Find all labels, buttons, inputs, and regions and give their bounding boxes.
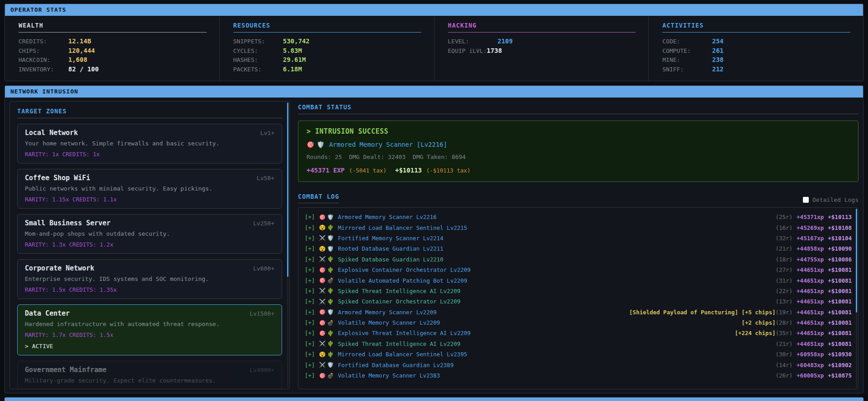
- stat-row: LEVEL: 2109: [448, 37, 636, 45]
- log-icons: 🎯💣: [319, 373, 334, 379]
- log-enemy-name: Mirrored Load Balancer Sentinel Lv2215: [338, 224, 467, 231]
- intrusion-target-icons: 🎯🛡️: [307, 141, 325, 148]
- log-money-reward: +$10081: [828, 330, 852, 336]
- expand-marker[interactable]: [+]: [305, 266, 315, 273]
- stat-section-heading: WEALTH: [19, 22, 207, 33]
- detailed-logs-toggle[interactable]: Detailed Logs: [803, 196, 859, 203]
- log-enemy-name: Spiked Container Orchestrator Lv2209: [338, 298, 461, 305]
- log-loot: [+2 chips]: [741, 319, 775, 326]
- log-icons: 🎯🛡️: [319, 214, 334, 220]
- expand-marker[interactable]: [+]: [305, 298, 315, 305]
- zone-card[interactable]: Data Center Lv1500+ Hardened infrastruct…: [17, 304, 282, 355]
- log-enemy-name: Armored Memory Scanner Lv2209: [338, 309, 437, 316]
- log-rounds: (18r): [775, 256, 793, 263]
- log-money-reward: +$10081: [828, 319, 852, 326]
- stat-section: RESOURCES SNIPPETS: 530,742 CYCLES: 5.83…: [219, 16, 434, 81]
- combat-log-row[interactable]: [+] 😵🌵 Mirrored Load Balancer Sentinel L…: [305, 349, 852, 359]
- zone-card[interactable]: Coffee Shop WiFi Lv50+ Public networks w…: [17, 169, 282, 209]
- detailed-logs-label: Detailed Logs: [812, 196, 859, 203]
- zone-list: Local Network Lv1+ Your home network. Si…: [17, 124, 282, 389]
- expand-marker[interactable]: [+]: [305, 224, 315, 231]
- combat-log-row[interactable]: [+] 🎯💣 Volatile Memory Scanner Lv2383 (2…: [305, 370, 852, 381]
- expand-marker[interactable]: [+]: [305, 288, 315, 294]
- log-icons: ⚔️🌵: [319, 288, 334, 294]
- expand-marker[interactable]: [+]: [305, 214, 315, 220]
- stat-value: 238: [712, 56, 723, 63]
- combat-log-row[interactable]: [+] 😵🛡️ Rooted Database Guardian Lv2211 …: [305, 243, 852, 254]
- log-icons: 😵🌵: [319, 351, 334, 358]
- expand-marker[interactable]: [+]: [305, 277, 315, 284]
- log-xp-reward: +44651xp: [797, 288, 824, 294]
- target-icon: 🎯: [319, 330, 326, 336]
- zone-level: Lv250+: [253, 220, 274, 227]
- zone-card[interactable]: Small Business Server Lv250+ Mom-and-pop…: [17, 214, 282, 254]
- stat-value: 212: [712, 65, 723, 73]
- combat-log-row[interactable]: [+] 🎯🛡️ Armored Memory Scanner Lv2216 (2…: [305, 212, 852, 222]
- target-zones-panel: TARGET ZONES Local Network Lv1+ Your hom…: [9, 101, 290, 389]
- log-icons: 🎯🌵: [319, 330, 334, 336]
- dizzy-icon: 😵: [319, 224, 326, 231]
- expand-marker[interactable]: [+]: [305, 235, 315, 242]
- expand-marker[interactable]: [+]: [305, 372, 315, 379]
- log-rounds: (19r): [775, 309, 793, 316]
- intrusion-result-box: > INTRUSION SUCCESS 🎯🛡️ Armored Memory S…: [298, 121, 859, 182]
- expand-marker[interactable]: [+]: [305, 256, 315, 263]
- log-icons: ⚔️🌵: [319, 298, 334, 305]
- zone-description: Military-grade security. Expect elite co…: [25, 377, 274, 384]
- expand-marker[interactable]: [+]: [305, 309, 315, 316]
- log-icons: 😵🌵: [319, 224, 334, 231]
- combat-log-row[interactable]: [+] ⚔️🌵 Spiked Threat Intelligence AI Lv…: [305, 339, 852, 349]
- log-enemy-name: Armored Memory Scanner Lv2216: [338, 214, 437, 220]
- shield-icon: 🛡️: [327, 235, 334, 241]
- combat-log-row[interactable]: [+] 🎯🌵 Explosive Container Orchestrator …: [305, 265, 852, 275]
- expand-marker[interactable]: [+]: [305, 245, 315, 252]
- combat-log-row[interactable]: [+] 🎯💣 Volatile Memory Scanner Lv2209 [+…: [305, 317, 852, 328]
- zone-card[interactable]: Corporate Network Lv600+ Enterprise secu…: [17, 259, 282, 299]
- shield-icon: 🛡️: [327, 214, 334, 220]
- stat-rows: SNIPPETS: 530,742 CYCLES: 5.83M HASHES: …: [233, 37, 421, 73]
- expand-marker[interactable]: [+]: [305, 340, 315, 347]
- zone-card[interactable]: Government Mainframe Lv4000+ Military-gr…: [17, 361, 282, 389]
- swords-icon: ⚔️: [319, 288, 326, 294]
- log-rounds: (26r): [775, 372, 793, 379]
- log-rounds: (31r): [775, 277, 793, 284]
- zone-card[interactable]: Local Network Lv1+ Your home network. Si…: [17, 124, 282, 163]
- stat-label: SNIPPETS:: [233, 38, 283, 45]
- scrollbar-thumb[interactable]: [287, 103, 288, 277]
- log-rounds: (16r): [775, 224, 793, 231]
- log-enemy-name: Mirrored Load Balancer Sentinel Lv2395: [338, 351, 467, 358]
- combat-log-row[interactable]: [+] ⚔️🌵 Spiked Threat Intelligence AI Lv…: [305, 286, 852, 296]
- stat-row: PACKETS: 6.18M: [233, 65, 421, 73]
- stat-label: PACKETS:: [233, 66, 283, 73]
- cactus-icon: 🌵: [327, 256, 334, 262]
- log-rounds: (27r): [775, 266, 793, 273]
- cactus-icon: 🌵: [327, 340, 334, 347]
- expand-marker[interactable]: [+]: [305, 330, 315, 336]
- stat-value: 82 / 100: [68, 65, 99, 73]
- combat-log-row[interactable]: [+] 😵🌵 Mirrored Load Balancer Sentinel L…: [305, 222, 852, 233]
- expand-marker[interactable]: [+]: [305, 351, 315, 358]
- zone-name: Corporate Network: [25, 264, 94, 272]
- combat-log-rows: [+] 🎯🛡️ Armored Memory Scanner Lv2216 (2…: [305, 212, 852, 381]
- combat-log-row[interactable]: [+] 🎯🌵 Explosive Threat Intelligence AI …: [305, 328, 852, 338]
- combat-log-row[interactable]: [+] 🎯💣 Volatile Automated Patching Bot L…: [305, 275, 852, 285]
- expand-marker[interactable]: [+]: [305, 319, 315, 326]
- combat-log-scrollbar[interactable]: [856, 209, 857, 388]
- expand-marker[interactable]: [+]: [305, 362, 315, 368]
- stat-rows: CODE: 254 COMPUTE: 261 MINE: 238 SNIFF: …: [662, 37, 850, 73]
- stat-value: 6.18M: [283, 65, 302, 73]
- target-zones-scrollbar[interactable]: [287, 103, 288, 388]
- target-icon: 🎯: [319, 277, 326, 284]
- combat-log-row[interactable]: [+] ⚔️🌵 Spiked Container Orchestrator Lv…: [305, 296, 852, 307]
- scrollbar-thumb[interactable]: [856, 209, 857, 312]
- stat-label: SNIFF:: [662, 66, 712, 73]
- log-icons: 🎯💣: [319, 320, 334, 326]
- combat-log-row[interactable]: [+] ⚔️🌵 Spiked Database Guardian Lv2210 …: [305, 254, 852, 265]
- combat-log-row[interactable]: [+] ⚔️🛡️ Fortified Database Guardian Lv2…: [305, 359, 852, 370]
- detailed-logs-checkbox[interactable]: [803, 197, 809, 203]
- combat-log-row[interactable]: [+] 🎯🛡️ Armored Memory Scanner Lv2209 [S…: [305, 307, 852, 317]
- zone-rarity: RARITY: 1x CREDITS: 1x: [25, 151, 274, 158]
- combat-log-row[interactable]: [+] ⚔️🛡️ Fortified Memory Scanner Lv2214…: [305, 233, 852, 243]
- zone-rarity: RARITY: 1.9x CREDITS: 1.75x: [25, 388, 274, 389]
- zone-level: Lv1500+: [250, 310, 274, 317]
